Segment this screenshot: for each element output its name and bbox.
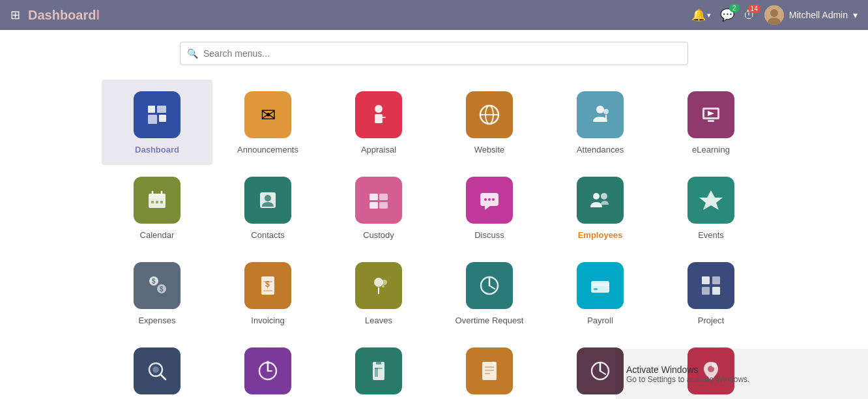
- app-icon-item21: [355, 347, 402, 394]
- app-icon-reminders: [244, 347, 291, 394]
- app-icon-invoicing: $: [244, 262, 291, 309]
- navbar-right: 🔔 ▾ 💬 2 ⏱ 14 Mitchell Admin ▾: [691, 5, 858, 25]
- app-icon-discuss: [466, 177, 513, 224]
- svg-rect-25: [156, 201, 158, 203]
- app-icon-elearning: [687, 91, 734, 138]
- app-label-overtime: Overtime Request: [456, 316, 524, 327]
- timer-badge: 14: [748, 5, 760, 13]
- svg-marker-34: [485, 206, 490, 210]
- app-item-item22[interactable]: [434, 336, 545, 399]
- app-item-payroll[interactable]: Payroll: [545, 250, 656, 336]
- app-item-announcements[interactable]: ✉Announcements: [212, 80, 323, 165]
- svg-rect-72: [375, 368, 378, 377]
- svg-point-50: [382, 280, 387, 285]
- app-label-discuss: Discuss: [474, 230, 504, 241]
- app-label-invoicing: Invoicing: [251, 316, 284, 327]
- app-icon-project: [687, 262, 734, 309]
- app-icon-dashboard: [134, 91, 181, 138]
- app-label-leaves: Leaves: [365, 316, 392, 327]
- svg-rect-9: [382, 117, 386, 118]
- app-icon-events: [687, 177, 734, 224]
- app-item-expenses[interactable]: $ $ Expenses: [102, 250, 212, 336]
- svg-line-55: [489, 286, 495, 289]
- app-item-item21[interactable]: [323, 336, 434, 399]
- app-item-calendar[interactable]: Calendar: [102, 165, 212, 250]
- app-item-website[interactable]: Website: [434, 80, 545, 165]
- app-item-reminders[interactable]: Reminders: [212, 336, 323, 399]
- app-label-expenses: Expenses: [138, 316, 175, 327]
- app-label-dashboard: Dashboard: [135, 145, 179, 156]
- app-label-website: Website: [474, 145, 505, 156]
- app-label-announcements: Announcements: [237, 145, 298, 156]
- svg-marker-40: [699, 190, 723, 210]
- svg-rect-73: [375, 368, 383, 369]
- svg-point-36: [488, 198, 491, 201]
- activate-title: Activate Windows: [626, 364, 858, 375]
- grid-icon[interactable]: ⊞: [10, 8, 20, 22]
- svg-rect-62: [712, 287, 720, 295]
- svg-text:$: $: [160, 286, 164, 293]
- chat-button[interactable]: 💬 2: [720, 8, 734, 22]
- svg-point-49: [374, 278, 383, 287]
- app-item-employees[interactable]: Employees: [545, 165, 656, 250]
- app-item-contacts[interactable]: Contacts: [212, 165, 323, 250]
- search-input[interactable]: [203, 48, 681, 59]
- svg-point-28: [265, 195, 271, 201]
- app-icon-website: [466, 91, 513, 138]
- app-item-attendances[interactable]: Attendances: [545, 80, 656, 165]
- svg-rect-5: [148, 115, 157, 124]
- bell-button[interactable]: 🔔 ▾: [691, 8, 711, 22]
- app-label-payroll: Payroll: [587, 316, 613, 327]
- app-icon-recruitment: [134, 347, 181, 394]
- app-item-project[interactable]: Project: [656, 250, 766, 336]
- svg-point-38: [593, 193, 600, 200]
- app-icon-leaves: [355, 262, 402, 309]
- app-item-invoicing[interactable]: $ Invoicing: [212, 250, 323, 336]
- app-item-leaves[interactable]: Leaves: [323, 250, 434, 336]
- app-item-elearning[interactable]: eLearning: [656, 80, 766, 165]
- svg-rect-56: [591, 281, 609, 293]
- app-label-appraisal: Appraisal: [361, 145, 396, 156]
- svg-text:$: $: [152, 278, 156, 285]
- app-label-custody: Custody: [363, 230, 394, 241]
- avatar: [764, 5, 784, 25]
- search-bar: 🔍: [180, 42, 688, 65]
- app-label-employees: Employees: [578, 230, 623, 241]
- app-item-recruitment[interactable]: Recruitment: [102, 336, 212, 399]
- timer-button[interactable]: ⏱ 14: [744, 8, 755, 22]
- svg-rect-57: [591, 284, 609, 286]
- app-label-events: Events: [698, 230, 724, 241]
- svg-rect-21: [149, 194, 166, 198]
- app-item-overtime[interactable]: Overtime Request: [434, 250, 545, 336]
- bell-icon: 🔔: [691, 8, 706, 22]
- app-icon-item22: [466, 347, 513, 394]
- app-item-appraisal[interactable]: Appraisal: [323, 80, 434, 165]
- svg-line-81: [600, 371, 605, 374]
- svg-rect-61: [702, 287, 710, 295]
- svg-rect-74: [482, 362, 497, 380]
- svg-rect-30: [369, 202, 378, 209]
- svg-rect-29: [369, 194, 378, 200]
- search-container: 🔍: [0, 30, 868, 73]
- search-icon: 🔍: [187, 48, 198, 59]
- svg-line-64: [160, 374, 166, 379]
- app-label-calendar: Calendar: [140, 230, 175, 241]
- app-icon-employees: [577, 177, 624, 224]
- svg-text:$: $: [265, 280, 270, 289]
- app-item-custody[interactable]: Custody: [323, 165, 434, 250]
- svg-point-13: [596, 106, 604, 113]
- svg-rect-8: [375, 114, 383, 123]
- app-title: Dashboardl: [28, 8, 100, 23]
- app-item-events[interactable]: Events: [656, 165, 766, 250]
- user-menu[interactable]: Mitchell Admin ▾: [764, 5, 858, 25]
- svg-rect-59: [702, 276, 710, 284]
- navbar: ⊞ Dashboardl 🔔 ▾ 💬 2 ⏱ 14 Mitchell Admin…: [0, 0, 868, 30]
- app-item-dashboard[interactable]: Dashboard: [102, 80, 212, 165]
- app-label-contacts: Contacts: [251, 230, 284, 241]
- app-icon-appraisal: [355, 91, 402, 138]
- svg-point-1: [770, 9, 778, 17]
- app-icon-overtime: [466, 262, 513, 309]
- username-label: Mitchell Admin: [789, 10, 848, 20]
- app-item-discuss[interactable]: Discuss: [434, 165, 545, 250]
- svg-point-39: [601, 193, 607, 200]
